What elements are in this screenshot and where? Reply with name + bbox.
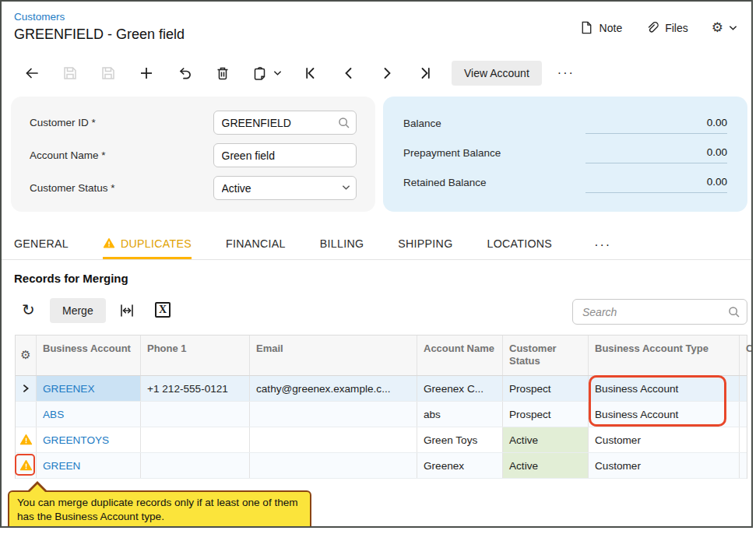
paperclip-icon	[645, 21, 659, 35]
lookup-search-icon[interactable]	[337, 116, 350, 129]
customer-id-input[interactable]	[213, 111, 357, 135]
gear-icon: ⚙	[712, 21, 723, 34]
retained-balance-value: 0.00	[585, 176, 727, 193]
grid-search[interactable]	[572, 299, 747, 325]
warning-icon	[103, 237, 115, 249]
phone-cell	[141, 427, 250, 452]
customer-status-input[interactable]	[213, 176, 357, 200]
cancel-undo-button[interactable]	[165, 65, 203, 82]
tab-locations[interactable]: LOCATIONS	[487, 230, 552, 259]
account-name-cell: Greenex C...	[417, 376, 503, 401]
files-label: Files	[665, 22, 688, 34]
toolbar-more-button[interactable]: ···	[550, 66, 582, 80]
note-button[interactable]: Note	[579, 20, 623, 35]
customer-status-select[interactable]	[213, 176, 357, 200]
last-record-button[interactable]	[406, 65, 444, 82]
balance-label: Balance	[403, 118, 441, 134]
table-row[interactable]: ABS abs Prospect Business Account	[16, 402, 747, 427]
save-close-button[interactable]	[51, 65, 89, 82]
col-customer-status[interactable]: Customer Status	[503, 336, 589, 375]
phone-cell	[141, 402, 250, 427]
add-record-button[interactable]	[127, 65, 165, 82]
business-account-link[interactable]: GREEN	[37, 453, 141, 478]
chevron-right-icon	[378, 65, 396, 82]
duplicate-warning-icon	[16, 427, 37, 452]
type-cell: Business Account	[589, 402, 740, 427]
table-row[interactable]: GREENTOYS Green Toys Active Customer	[16, 427, 747, 453]
chevron-down-icon[interactable]	[342, 184, 350, 191]
balances-panel: Balance 0.00 Prepayment Balance 0.00 Ret…	[383, 97, 747, 212]
merge-tooltip: You can merge duplicate records only if …	[8, 490, 311, 528]
record-toolbar: View Account ···	[12, 58, 582, 89]
balance-row: Retained Balance 0.00	[403, 169, 727, 193]
account-name-field[interactable]	[213, 143, 357, 167]
account-name-cell: abs	[417, 402, 503, 427]
clipboard-icon	[251, 65, 269, 82]
delete-button[interactable]	[203, 65, 241, 82]
files-button[interactable]: Files	[645, 21, 688, 35]
tab-shipping[interactable]: SHIPPING	[398, 230, 452, 259]
chevron-down-icon	[273, 70, 282, 76]
business-account-link[interactable]: GREENEX	[37, 376, 141, 401]
type-cell: Business Account	[589, 376, 740, 401]
prepayment-balance-label: Prepayment Balance	[403, 147, 501, 163]
balance-row: Balance 0.00	[403, 110, 727, 134]
phone-cell: +1 212-555-0121	[141, 376, 250, 401]
customers-window: Customers GREENFIELD - Green field Note …	[0, 0, 753, 528]
tab-bar: GENERAL DUPLICATES FINANCIAL BILLING SHI…	[2, 230, 751, 260]
back-button[interactable]	[12, 65, 51, 82]
next-record-button[interactable]	[367, 65, 406, 82]
view-account-button[interactable]: View Account	[452, 61, 542, 86]
business-account-link[interactable]: GREENTOYS	[37, 427, 141, 452]
business-account-link[interactable]: ABS	[37, 402, 141, 427]
col-account-name[interactable]: Account Name	[417, 336, 503, 375]
col-business-account[interactable]: Business Account	[37, 336, 141, 375]
search-input[interactable]	[572, 299, 747, 325]
customer-id-field[interactable]	[213, 111, 357, 135]
email-cell	[250, 427, 417, 452]
summary-form-panel: Customer ID * Account Name * Customer St…	[11, 97, 375, 212]
tab-general[interactable]: GENERAL	[14, 230, 69, 259]
merge-button[interactable]: Merge	[50, 298, 106, 323]
tooltip-text: You can merge duplicate records only if …	[17, 497, 298, 522]
email-cell	[250, 402, 417, 427]
selected-row-chevron-icon	[16, 376, 37, 401]
settings-menu-button[interactable]: ⚙	[712, 21, 737, 34]
first-record-button[interactable]	[291, 65, 329, 82]
col-email[interactable]: Email	[250, 336, 417, 375]
table-row[interactable]: GREENEX +1 212-555-0121 cathy@greenex.ex…	[16, 376, 747, 402]
save-button[interactable]	[89, 65, 127, 82]
export-excel-icon[interactable]: X	[155, 302, 171, 318]
grid-toolbar: ↻ Merge X	[2, 296, 751, 327]
previous-record-button[interactable]	[329, 65, 367, 82]
copy-paste-menu-button[interactable]	[241, 65, 291, 82]
chevron-left-icon	[340, 65, 357, 82]
customer-id-label: Customer ID *	[30, 117, 213, 128]
col-phone1[interactable]: Phone 1	[141, 336, 250, 375]
tab-duplicates[interactable]: DUPLICATES	[103, 230, 192, 259]
page-title: GREENFIELD - Green field	[14, 26, 185, 43]
note-icon	[579, 20, 594, 35]
tab-financial[interactable]: FINANCIAL	[226, 230, 286, 259]
plus-icon	[138, 65, 155, 82]
tab-billing[interactable]: BILLING	[320, 230, 364, 259]
tabs-more-button[interactable]: ···	[586, 238, 619, 252]
duplicate-warning-icon	[16, 453, 37, 478]
balance-row: Prepayment Balance 0.00	[403, 139, 727, 163]
refresh-icon[interactable]: ↻	[22, 300, 35, 319]
table-body: GREENEX +1 212-555-0121 cathy@greenex.ex…	[16, 376, 747, 479]
table-row[interactable]: GREEN Greenex Active Customer	[16, 453, 747, 479]
balance-value: 0.00	[585, 117, 727, 134]
fit-width-icon[interactable]	[118, 302, 135, 319]
col-clipped[interactable]: C	[740, 336, 752, 375]
col-business-account-type[interactable]: Business Account Type	[589, 336, 740, 375]
first-record-icon	[302, 65, 319, 82]
form-row: Account Name *	[30, 143, 357, 167]
retained-balance-label: Retained Balance	[403, 177, 487, 193]
email-cell: cathy@greenex.example.c...	[250, 376, 417, 401]
breadcrumb[interactable]: Customers	[14, 11, 65, 23]
account-name-input[interactable]	[213, 143, 357, 167]
form-row: Customer ID *	[30, 111, 357, 135]
type-cell: Customer	[589, 427, 740, 452]
column-settings-gear-icon[interactable]: ⚙	[16, 336, 37, 375]
